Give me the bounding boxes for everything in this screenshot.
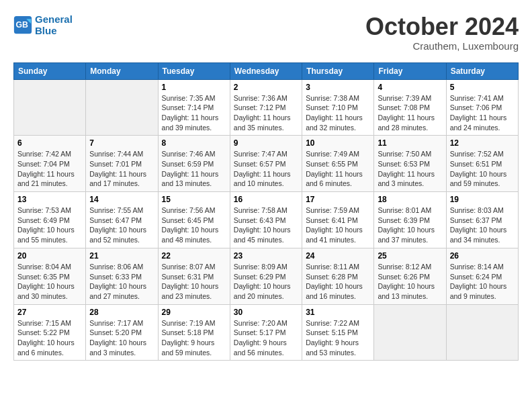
day-info: Sunrise: 7:47 AMSunset: 6:57 PMDaylight:… bbox=[234, 149, 298, 189]
col-sunday: Sunday bbox=[14, 62, 86, 79]
col-monday: Monday bbox=[86, 62, 158, 79]
calendar-cell: 27Sunrise: 7:15 AMSunset: 5:22 PMDayligh… bbox=[14, 304, 86, 361]
day-info: Sunrise: 7:22 AMSunset: 5:15 PMDaylight:… bbox=[306, 318, 370, 358]
title-block: October 2024 Crauthem, Luxembourg bbox=[365, 13, 519, 52]
day-info: Sunrise: 7:38 AMSunset: 7:10 PMDaylight:… bbox=[306, 93, 370, 133]
day-info: Sunrise: 7:39 AMSunset: 7:08 PMDaylight:… bbox=[378, 93, 442, 133]
calendar-cell bbox=[374, 304, 446, 361]
day-info: Sunrise: 8:07 AMSunset: 6:31 PMDaylight:… bbox=[162, 262, 226, 302]
calendar-cell: 28Sunrise: 7:17 AMSunset: 5:20 PMDayligh… bbox=[86, 304, 158, 361]
day-info: Sunrise: 7:36 AMSunset: 7:12 PMDaylight:… bbox=[234, 93, 298, 133]
calendar-cell: 26Sunrise: 8:14 AMSunset: 6:24 PMDayligh… bbox=[446, 248, 518, 304]
calendar-cell: 4Sunrise: 7:39 AMSunset: 7:08 PMDaylight… bbox=[374, 79, 446, 136]
calendar-cell: 18Sunrise: 8:01 AMSunset: 6:39 PMDayligh… bbox=[374, 192, 446, 248]
col-tuesday: Tuesday bbox=[158, 62, 230, 79]
day-info: Sunrise: 7:46 AMSunset: 6:59 PMDaylight:… bbox=[162, 149, 226, 189]
day-number: 11 bbox=[378, 138, 442, 148]
calendar-week-0: 1Sunrise: 7:35 AMSunset: 7:14 PMDaylight… bbox=[14, 79, 519, 136]
calendar-table: Sunday Monday Tuesday Wednesday Thursday… bbox=[13, 62, 519, 361]
calendar-cell: 22Sunrise: 8:07 AMSunset: 6:31 PMDayligh… bbox=[158, 248, 230, 304]
logo: GB General Blue bbox=[13, 13, 73, 36]
day-number: 3 bbox=[306, 83, 370, 92]
col-saturday: Saturday bbox=[446, 62, 518, 79]
day-number: 30 bbox=[234, 308, 298, 317]
calendar-cell: 13Sunrise: 7:53 AMSunset: 6:49 PMDayligh… bbox=[14, 192, 86, 248]
day-number: 18 bbox=[378, 195, 442, 204]
day-info: Sunrise: 7:42 AMSunset: 7:04 PMDaylight:… bbox=[17, 149, 82, 189]
day-number: 13 bbox=[17, 195, 82, 204]
day-number: 29 bbox=[162, 308, 226, 317]
calendar-cell: 31Sunrise: 7:22 AMSunset: 5:15 PMDayligh… bbox=[302, 304, 374, 361]
day-info: Sunrise: 8:11 AMSunset: 6:28 PMDaylight:… bbox=[306, 262, 370, 302]
day-info: Sunrise: 8:14 AMSunset: 6:24 PMDaylight:… bbox=[450, 262, 515, 302]
day-number: 17 bbox=[306, 195, 370, 204]
day-info: Sunrise: 8:04 AMSunset: 6:35 PMDaylight:… bbox=[17, 262, 82, 302]
calendar-week-4: 27Sunrise: 7:15 AMSunset: 5:22 PMDayligh… bbox=[14, 304, 519, 361]
calendar-cell bbox=[14, 79, 86, 136]
day-number: 2 bbox=[234, 83, 298, 92]
calendar-cell: 15Sunrise: 7:56 AMSunset: 6:45 PMDayligh… bbox=[158, 192, 230, 248]
calendar-cell: 9Sunrise: 7:47 AMSunset: 6:57 PMDaylight… bbox=[230, 136, 302, 192]
day-info: Sunrise: 7:56 AMSunset: 6:45 PMDaylight:… bbox=[162, 205, 226, 245]
day-info: Sunrise: 7:52 AMSunset: 6:51 PMDaylight:… bbox=[450, 149, 515, 189]
day-info: Sunrise: 7:20 AMSunset: 5:17 PMDaylight:… bbox=[234, 318, 298, 358]
day-info: Sunrise: 7:50 AMSunset: 6:53 PMDaylight:… bbox=[378, 149, 442, 189]
day-number: 10 bbox=[306, 138, 370, 148]
calendar-cell: 10Sunrise: 7:49 AMSunset: 6:55 PMDayligh… bbox=[302, 136, 374, 192]
day-number: 1 bbox=[162, 83, 226, 92]
logo-text: General Blue bbox=[35, 13, 73, 36]
day-info: Sunrise: 7:44 AMSunset: 7:01 PMDaylight:… bbox=[89, 149, 154, 189]
calendar-body: 1Sunrise: 7:35 AMSunset: 7:14 PMDaylight… bbox=[14, 79, 519, 361]
calendar-week-2: 13Sunrise: 7:53 AMSunset: 6:49 PMDayligh… bbox=[14, 192, 519, 248]
col-friday: Friday bbox=[374, 62, 446, 79]
calendar-cell: 6Sunrise: 7:42 AMSunset: 7:04 PMDaylight… bbox=[14, 136, 86, 192]
day-number: 27 bbox=[17, 308, 82, 317]
calendar-cell: 2Sunrise: 7:36 AMSunset: 7:12 PMDaylight… bbox=[230, 79, 302, 136]
calendar-cell: 21Sunrise: 8:06 AMSunset: 6:33 PMDayligh… bbox=[86, 248, 158, 304]
calendar-cell: 3Sunrise: 7:38 AMSunset: 7:10 PMDaylight… bbox=[302, 79, 374, 136]
day-info: Sunrise: 7:19 AMSunset: 5:18 PMDaylight:… bbox=[162, 318, 226, 358]
svg-text:GB: GB bbox=[16, 20, 29, 30]
calendar-cell: 8Sunrise: 7:46 AMSunset: 6:59 PMDaylight… bbox=[158, 136, 230, 192]
calendar-week-3: 20Sunrise: 8:04 AMSunset: 6:35 PMDayligh… bbox=[14, 248, 519, 304]
calendar-cell: 5Sunrise: 7:41 AMSunset: 7:06 PMDaylight… bbox=[446, 79, 518, 136]
day-info: Sunrise: 7:15 AMSunset: 5:22 PMDaylight:… bbox=[17, 318, 82, 358]
day-info: Sunrise: 7:55 AMSunset: 6:47 PMDaylight:… bbox=[89, 205, 154, 245]
calendar-cell: 30Sunrise: 7:20 AMSunset: 5:17 PMDayligh… bbox=[230, 304, 302, 361]
day-info: Sunrise: 7:58 AMSunset: 6:43 PMDaylight:… bbox=[234, 205, 298, 245]
day-number: 20 bbox=[17, 251, 82, 261]
calendar-cell: 29Sunrise: 7:19 AMSunset: 5:18 PMDayligh… bbox=[158, 304, 230, 361]
header-row: Sunday Monday Tuesday Wednesday Thursday… bbox=[14, 62, 519, 79]
calendar-cell bbox=[446, 304, 518, 361]
day-number: 25 bbox=[378, 251, 442, 261]
day-number: 6 bbox=[17, 138, 82, 148]
day-info: Sunrise: 7:35 AMSunset: 7:14 PMDaylight:… bbox=[162, 93, 226, 133]
day-number: 24 bbox=[306, 251, 370, 261]
day-info: Sunrise: 8:09 AMSunset: 6:29 PMDaylight:… bbox=[234, 262, 298, 302]
day-number: 14 bbox=[89, 195, 154, 204]
calendar-cell: 17Sunrise: 7:59 AMSunset: 6:41 PMDayligh… bbox=[302, 192, 374, 248]
day-number: 23 bbox=[234, 251, 298, 261]
calendar-header: Sunday Monday Tuesday Wednesday Thursday… bbox=[14, 62, 519, 79]
day-number: 19 bbox=[450, 195, 515, 204]
calendar-cell: 20Sunrise: 8:04 AMSunset: 6:35 PMDayligh… bbox=[14, 248, 86, 304]
calendar-cell: 14Sunrise: 7:55 AMSunset: 6:47 PMDayligh… bbox=[86, 192, 158, 248]
page-header: GB General Blue October 2024 Crauthem, L… bbox=[13, 13, 519, 52]
day-number: 22 bbox=[162, 251, 226, 261]
calendar-cell: 23Sunrise: 8:09 AMSunset: 6:29 PMDayligh… bbox=[230, 248, 302, 304]
day-info: Sunrise: 8:01 AMSunset: 6:39 PMDaylight:… bbox=[378, 205, 442, 245]
logo-icon: GB bbox=[13, 15, 32, 34]
day-info: Sunrise: 7:59 AMSunset: 6:41 PMDaylight:… bbox=[306, 205, 370, 245]
day-info: Sunrise: 8:12 AMSunset: 6:26 PMDaylight:… bbox=[378, 262, 442, 302]
day-number: 28 bbox=[89, 308, 154, 317]
day-info: Sunrise: 7:17 AMSunset: 5:20 PMDaylight:… bbox=[89, 318, 154, 358]
month-title: October 2024 bbox=[365, 13, 519, 40]
day-number: 4 bbox=[378, 83, 442, 92]
day-number: 12 bbox=[450, 138, 515, 148]
day-number: 31 bbox=[306, 308, 370, 317]
col-thursday: Thursday bbox=[302, 62, 374, 79]
calendar-week-1: 6Sunrise: 7:42 AMSunset: 7:04 PMDaylight… bbox=[14, 136, 519, 192]
day-info: Sunrise: 7:41 AMSunset: 7:06 PMDaylight:… bbox=[450, 93, 515, 133]
day-info: Sunrise: 8:06 AMSunset: 6:33 PMDaylight:… bbox=[89, 262, 154, 302]
calendar-cell: 25Sunrise: 8:12 AMSunset: 6:26 PMDayligh… bbox=[374, 248, 446, 304]
